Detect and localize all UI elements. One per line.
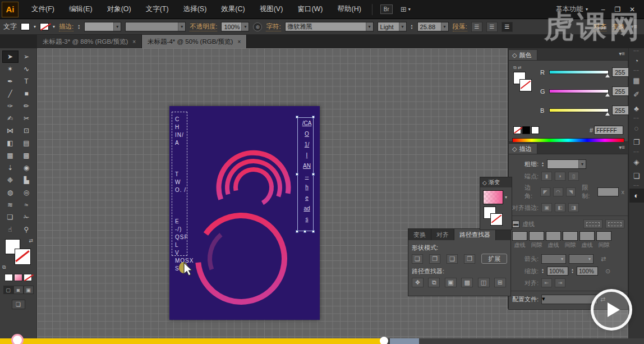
zoom-tool[interactable]: ⚲ [19,223,35,236]
tab-pathfinder[interactable]: 路径查找器 [454,229,496,240]
pencil-tool[interactable]: ✏ [19,100,35,112]
variable-width-profile-select[interactable]: ▾ [125,22,186,31]
dashed-line-checkbox[interactable]: ▬ [512,221,519,228]
screen-mode-button[interactable]: ❏ [12,300,25,309]
bevel-join-button[interactable]: ◥ [566,187,576,196]
live-paint-selection-tool[interactable]: ◎ [19,186,35,199]
color-panel-header[interactable]: ◇颜色 ▾≡ [508,48,628,60]
stroke-swatch[interactable] [520,80,531,91]
scale-start-input[interactable]: 100% [547,267,568,276]
align-stroke-center-button[interactable]: ▣ [541,203,552,212]
expand-button[interactable]: 扩展 [481,254,507,264]
width-profile-select[interactable]: ▾ [541,295,597,304]
recolor-artwork-icon[interactable]: ⊛ [253,22,262,31]
close-tab-icon[interactable]: × [132,39,136,45]
brushes-panel-icon[interactable]: ✐ [629,88,644,102]
stroke-panel-header[interactable]: ◇描边 ▾≡ [508,142,628,154]
close-button[interactable]: ✕ [625,6,640,13]
align-panel-link[interactable]: 对齐 [594,22,606,31]
shape-builder-tool[interactable]: ◧ [2,137,19,149]
progress-handle[interactable] [380,337,388,344]
selection-handle[interactable] [296,116,298,118]
font-size-select[interactable]: 25.88▾ [417,22,449,31]
hand-tool[interactable]: ☝ [2,223,19,236]
grip-handle[interactable]: ┉┉ [633,116,639,121]
dash-preset-button[interactable] [583,219,602,228]
selection-handle[interactable] [303,230,306,233]
none-swatch[interactable] [513,126,521,134]
scale-stepper[interactable]: ▲▼ [571,268,574,274]
exclude-button[interactable]: ❒ [464,254,475,264]
blend-tool[interactable]: ◉ [19,162,35,174]
width-tool[interactable]: ⋈ [2,125,19,137]
grip-handle[interactable]: ┉┉ [633,48,639,54]
gradient-tool[interactable]: ▩ [19,149,35,162]
video-progress-bar[interactable] [0,338,644,344]
dash-input[interactable] [512,231,527,241]
type-tool[interactable]: T [19,75,35,88]
line-segment-tool[interactable]: ╱ [2,88,19,100]
minus-back-button[interactable]: ⊞ [494,278,506,287]
swatches-panel-icon[interactable]: ▦ [629,74,644,88]
character-panel-link[interactable]: 字符: [266,22,280,31]
red-slider[interactable] [549,70,609,74]
selection-handle[interactable] [312,173,315,176]
green-slider[interactable] [549,89,609,93]
scissors-tool[interactable]: ✂ [19,112,35,125]
gap-input[interactable] [529,231,544,241]
panel-collapse-icon[interactable]: ◇ [482,180,487,186]
gradient-swatch[interactable] [483,190,503,204]
graphic-styles-panel-icon[interactable]: ❐ [629,135,644,149]
link-scale-icon[interactable]: ⊙ [605,268,610,275]
gap-input[interactable] [563,231,578,241]
panel-collapse-icon[interactable]: ◇ [512,52,517,59]
free-transform-tool[interactable]: ⊡ [19,125,35,137]
draw-inside-button[interactable]: ▣ [24,286,34,294]
miter-join-button[interactable]: ◤ [540,187,550,196]
menu-view[interactable]: 视图(V) [252,0,291,19]
outline-button[interactable]: ◫ [478,278,490,287]
minimize-button[interactable]: – [596,6,610,13]
align-center-button[interactable]: ☰ [486,22,498,32]
intersect-button[interactable]: ❑ [447,254,458,264]
slice-tool[interactable]: ✁ [19,211,35,223]
blue-slider[interactable] [549,108,609,112]
blob-brush-tool[interactable]: ✍ [2,112,19,125]
arrange-documents-icon[interactable]: ⊞▾ [401,5,411,13]
grip-handle[interactable]: ┉┉ [633,68,639,74]
warp-tool[interactable]: ≋ [2,199,19,211]
align-stroke-outside-button[interactable]: ◨ [568,203,579,212]
stroke-swatch[interactable] [15,249,30,264]
eyedropper-tool[interactable]: ⇣ [2,162,19,174]
gradient-button[interactable] [14,274,22,281]
panel-menu-icon[interactable]: ▾≡ [631,23,637,30]
selection-handle[interactable] [312,230,315,233]
artboard-tool[interactable]: ❏ [2,211,19,223]
align-arrow-tip-button[interactable]: ⇤ [541,278,552,287]
layers-panel-icon[interactable]: ◈ [629,155,644,169]
artboard-poster[interactable]: C H IN/ A T W O. / E -/) QSF L V MOSX S [169,106,320,320]
draw-normal-button[interactable]: ▢ [3,286,13,294]
video-play-button[interactable] [591,289,632,331]
weight-stepper[interactable]: ▲▼ [541,162,544,167]
arrowhead-start-select[interactable]: ▾ [541,254,566,264]
stroke-panel-link[interactable]: 描边: [59,22,73,31]
font-size-stepper[interactable]: ▲▼ [411,24,413,30]
swap-fill-stroke-icon[interactable]: ⇄ [518,65,522,70]
rectangle-tool[interactable]: ■ [19,88,35,100]
selection-handle[interactable] [296,173,298,176]
projecting-cap-button[interactable]: ▯ [568,172,579,181]
menu-file[interactable]: 文件(F) [24,0,62,19]
restore-button[interactable]: ❐ [610,6,625,13]
gap-input[interactable] [596,231,611,241]
fill-stroke-mini[interactable] [484,207,509,229]
column-graph-tool[interactable]: ▙ [19,174,35,186]
menu-object[interactable]: 对象(O) [100,0,139,19]
merge-button[interactable]: ▣ [445,278,457,287]
slider-thumb[interactable] [605,112,610,116]
chevron-down-icon[interactable]: ▾ [34,24,36,29]
align-arrow-end-button[interactable]: ⇥ [555,278,565,287]
direct-selection-tool[interactable]: ➢ [19,51,35,63]
menu-type[interactable]: 文字(T) [139,0,176,19]
magic-wand-tool[interactable]: ✶ [2,63,19,75]
